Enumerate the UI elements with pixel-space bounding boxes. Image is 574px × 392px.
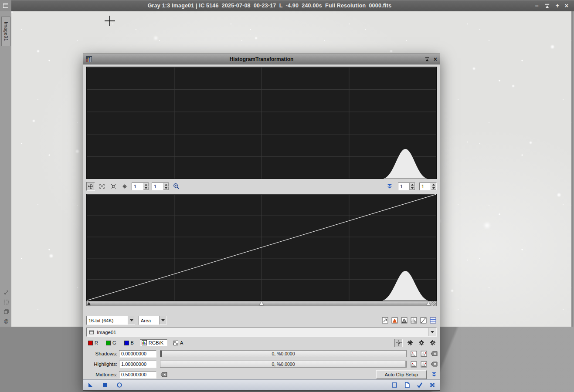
horizontal-scroll-value: 1 <box>152 183 163 190</box>
spin-buttons[interactable] <box>163 183 169 190</box>
zoom-fit-icon[interactable] <box>98 182 106 191</box>
dialog-close-icon[interactable]: × <box>434 54 437 64</box>
asterisk-icon-2[interactable] <box>417 339 425 347</box>
center-view-icon[interactable] <box>120 182 129 191</box>
blue-square-icon <box>124 341 129 345</box>
vertical-zoom-spinbox[interactable]: 1 <box>398 182 415 190</box>
spin-up-icon[interactable] <box>431 183 436 186</box>
chevrons-down-icon[interactable] <box>385 182 394 191</box>
window-menu-button[interactable] <box>0 0 11 11</box>
backspace-icon[interactable] <box>160 371 167 378</box>
plot-style-combo[interactable]: Area <box>139 316 166 325</box>
spin-buttons[interactable] <box>431 183 436 190</box>
shadows-readout: 0, %0.0000 <box>272 351 295 356</box>
dialog-titlebar[interactable]: HistogramTransformation × <box>83 54 440 64</box>
apply-icon[interactable] <box>102 382 109 389</box>
rollup-icon[interactable] <box>425 57 430 62</box>
highlights-slider-thumb[interactable] <box>405 361 406 367</box>
chevron-down-icon <box>130 319 133 321</box>
midtones-input[interactable]: 0.50000000 <box>119 371 156 378</box>
channel-rgbk-label: RGB/K <box>149 340 163 345</box>
spin-buttons[interactable] <box>409 183 415 190</box>
chevrons-down-icon[interactable] <box>430 371 438 378</box>
gray-histogram-icon[interactable] <box>401 317 408 324</box>
backspace-icon[interactable] <box>430 350 438 358</box>
realtime-preview-icon[interactable] <box>116 382 123 389</box>
asterisk-icon-3[interactable] <box>428 339 437 347</box>
display-options-row: 16-bit (64K) Area <box>86 316 437 325</box>
check-icon[interactable] <box>416 382 423 389</box>
spin-up-icon[interactable] <box>143 183 149 186</box>
transfer-function-plot[interactable] <box>86 194 437 301</box>
shade-icon[interactable] <box>544 3 550 9</box>
highlights-readout: 0, %0.0000 <box>272 362 295 367</box>
reset-icon[interactable] <box>429 382 436 389</box>
channel-r-button[interactable]: R <box>86 340 100 346</box>
grid-toggle-icon[interactable] <box>429 317 437 324</box>
shadows-handle[interactable] <box>87 302 91 305</box>
channel-a-button[interactable]: A <box>172 340 185 346</box>
horizontal-zoom-spinbox[interactable]: 1 <box>132 182 149 190</box>
spin-down-icon[interactable] <box>431 186 436 190</box>
asterisk-icon-1[interactable] <box>406 339 414 347</box>
auto-clip-setup-button[interactable]: Auto Clip Setup <box>376 370 427 379</box>
view-icon <box>89 330 94 335</box>
spin-down-icon[interactable] <box>410 186 415 190</box>
histogram-slider-strip[interactable] <box>86 301 437 306</box>
new-instance-icon[interactable] <box>87 382 94 389</box>
line-plot-icon[interactable] <box>420 317 427 324</box>
shadows-input[interactable]: 0.00000000 <box>119 350 156 358</box>
spin-buttons[interactable] <box>143 183 149 190</box>
input-histogram-curve <box>87 67 436 179</box>
at-icon[interactable]: @ <box>3 318 9 324</box>
process-bottom-bar <box>83 379 440 390</box>
marquee-icon[interactable] <box>3 299 9 305</box>
resolution-combo[interactable]: 16-bit (64K) <box>86 316 135 325</box>
vertical-scroll-spinbox[interactable]: 1 <box>419 182 437 190</box>
combo-arrow-button[interactable] <box>159 316 166 324</box>
combo-arrow-button[interactable] <box>128 316 135 324</box>
minimize-icon[interactable]: – <box>535 0 539 11</box>
clip-highlights-icon[interactable] <box>410 361 418 368</box>
view-selector-arrow-button[interactable] <box>428 328 436 336</box>
input-histogram-plot[interactable] <box>86 67 437 179</box>
shadows-slider[interactable]: 0, %0.0000 <box>160 350 407 357</box>
horizontal-scroll-spinbox[interactable]: 1 <box>152 182 169 190</box>
spin-up-icon[interactable] <box>410 183 415 186</box>
shadows-slider-thumb[interactable] <box>160 351 162 357</box>
bars-histogram-icon[interactable] <box>410 317 418 324</box>
pan-mode-icon[interactable] <box>86 182 95 191</box>
vertical-scroll-value: 1 <box>420 183 431 190</box>
clip-shadows-icon[interactable] <box>410 350 418 358</box>
spin-up-icon[interactable] <box>163 183 169 186</box>
spin-down-icon[interactable] <box>143 186 149 190</box>
highlights-input[interactable]: 1.00000000 <box>119 361 156 368</box>
copy-icon[interactable] <box>3 308 9 314</box>
clip-shadows-auto-icon[interactable] <box>420 350 428 358</box>
channel-rgbk-button[interactable]: RGB/K <box>140 339 167 346</box>
highlights-handle[interactable] <box>427 302 430 305</box>
image-window-titlebar[interactable]: Gray 1:3 Image01 | IC 5146_2025-07-08_00… <box>0 0 574 11</box>
crosshair-tracking-icon[interactable] <box>394 339 403 347</box>
square-outline-icon[interactable] <box>391 382 398 389</box>
document-icon[interactable] <box>404 382 411 389</box>
filled-histogram-icon[interactable] <box>391 317 398 324</box>
zoom-in-icon[interactable] <box>172 182 180 191</box>
channel-b-button[interactable]: B <box>122 340 136 346</box>
highlights-slider[interactable]: 0, %0.0000 <box>160 361 407 368</box>
vertical-zoom-value: 1 <box>398 183 409 190</box>
pin-icon[interactable]: + <box>556 0 559 11</box>
resize-diagonal-icon[interactable] <box>3 289 9 295</box>
image-tab-image01[interactable]: Image01 <box>1 17 10 46</box>
zoom-reset-icon[interactable] <box>109 182 118 191</box>
close-icon[interactable]: × <box>565 0 568 11</box>
view-selector[interactable]: Image01 <box>86 328 437 337</box>
plot-style-icons <box>381 317 437 324</box>
channel-g-button[interactable]: G <box>104 340 118 346</box>
backspace-icon[interactable] <box>430 361 438 368</box>
rescale-plot-icon[interactable] <box>381 317 389 324</box>
midtones-handle[interactable] <box>259 302 264 305</box>
clip-highlights-auto-icon[interactable] <box>420 361 428 368</box>
resize-grip[interactable] <box>431 301 436 306</box>
spin-down-icon[interactable] <box>163 186 169 190</box>
